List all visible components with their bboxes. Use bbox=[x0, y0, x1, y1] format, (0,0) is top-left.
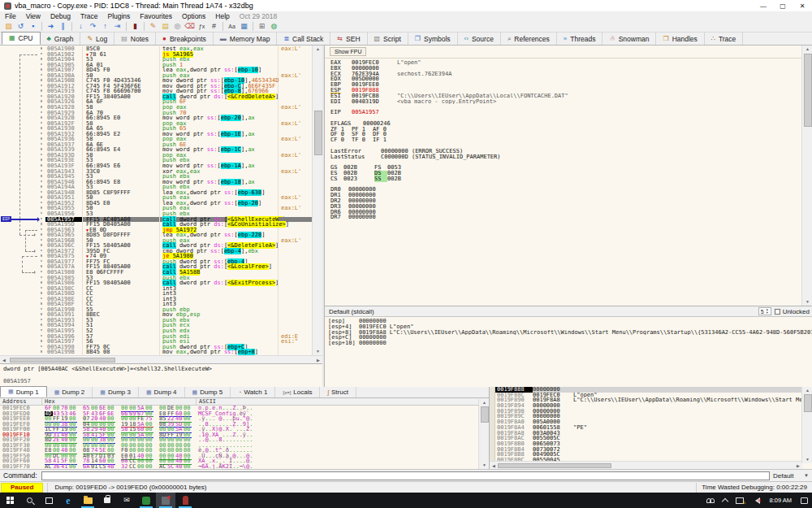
argument-row[interactable]: [esp+8] 0019F8A8 L"C:\\Users\\IEUser\\Ap… bbox=[328, 330, 812, 336]
taskbar-file-explorer-icon[interactable] bbox=[78, 493, 97, 508]
tab-log[interactable]: ✎Log bbox=[80, 33, 114, 45]
menu-view[interactable]: View bbox=[21, 12, 45, 20]
command-type-select[interactable]: Default▼ bbox=[770, 472, 812, 480]
taskbar-store-icon[interactable] bbox=[97, 493, 117, 508]
tray-chevron-up-icon[interactable] bbox=[723, 497, 728, 504]
tab-locals[interactable]: [x=]Locals bbox=[275, 387, 320, 397]
tray-network-warning-icon[interactable]: ⚠ bbox=[736, 497, 744, 504]
register-eflags[interactable]: EFLAGS00000246 bbox=[325, 121, 812, 127]
tray-people-icon[interactable] bbox=[706, 497, 715, 503]
dump-scrollbar[interactable]: ▲▼ bbox=[478, 399, 489, 469]
argument-row[interactable]: [esp+C] 00000000 bbox=[328, 335, 812, 341]
register-dr6[interactable]: DR600000000 bbox=[325, 210, 812, 215]
register-dr0[interactable]: DR000000000 bbox=[325, 187, 812, 193]
tab-seh[interactable]: ⇆SEH bbox=[330, 33, 367, 45]
step-over-icon[interactable]: ↷ bbox=[87, 21, 99, 32]
register-edi[interactable]: EDI0040319D<vba_macro - copy.EntryPoint> bbox=[325, 99, 812, 105]
argument-row[interactable]: [esp+10] 00000000 bbox=[328, 341, 812, 346]
tab-notes[interactable]: ▤Notes bbox=[114, 33, 156, 45]
menu-debug[interactable]: Debug bbox=[45, 12, 76, 20]
argument-row[interactable]: [esp+4] 0019FEC0 L"open" bbox=[328, 324, 812, 330]
patch-icon[interactable]: ✎ bbox=[147, 21, 159, 32]
taskbar-x32dbg-icon[interactable] bbox=[156, 493, 175, 508]
register-dr3[interactable]: DR300000000 bbox=[325, 204, 812, 210]
register-esi[interactable]: ESI0019FCB8"C:\\Users\\IEUser\\AppData\\… bbox=[325, 93, 812, 99]
register-eax[interactable]: EAX0019FEC0L"open" bbox=[325, 60, 812, 66]
stack-scrollbar[interactable]: ▲▼ bbox=[801, 387, 812, 463]
goto-icon[interactable]: ◎ bbox=[171, 21, 184, 32]
segment-row[interactable]: CS0023SS002B bbox=[325, 176, 812, 182]
pause-icon[interactable]: ∥ bbox=[57, 21, 69, 32]
taskbar-sample-icon[interactable] bbox=[175, 493, 195, 508]
tab-struct[interactable]: ʃStruct bbox=[320, 387, 356, 397]
tab-graph[interactable]: ♣Graph bbox=[41, 33, 81, 45]
restart-icon[interactable]: ↺ bbox=[15, 21, 27, 32]
tab-dump-1[interactable]: ▦Dump 1 bbox=[0, 386, 47, 397]
case-icon[interactable]: Aa bbox=[226, 21, 238, 32]
taskbar-edge-icon[interactable]: e bbox=[58, 493, 78, 508]
menu-trace[interactable]: Trace bbox=[76, 12, 102, 20]
disassembly-panel[interactable]: 005A190085C0test eax,eaxeax:L'005A1902▼7… bbox=[0, 46, 322, 355]
globe-icon[interactable]: ◍ bbox=[268, 21, 280, 32]
tab-snowman[interactable]: ☃Snowman bbox=[603, 33, 656, 45]
show-fpu-button[interactable]: Show FPU bbox=[330, 47, 366, 56]
tab-dump-2[interactable]: ▦Dump 2 bbox=[47, 387, 93, 397]
register-ebx[interactable]: EBX00000000 bbox=[325, 66, 812, 72]
register-esp[interactable]: ESP0019F888 bbox=[325, 88, 812, 93]
register-eip[interactable]: EIP005A1957 bbox=[325, 110, 812, 115]
taskbar-search-icon[interactable] bbox=[19, 493, 39, 508]
flags-row[interactable]: CF 0TF 0IF 1 bbox=[325, 137, 812, 143]
stack-panel[interactable]: 0019F888000000000019F88C0019FEC0L"open"0… bbox=[489, 387, 812, 469]
tab-handles[interactable]: ❒Handles bbox=[656, 33, 704, 45]
register-ecx[interactable]: ECX762E394Asechost.762E394A bbox=[325, 72, 812, 77]
tab-call-stack[interactable]: ≣Call Stack bbox=[277, 33, 330, 45]
menu-options[interactable]: Options bbox=[177, 12, 210, 20]
calling-convention-select[interactable]: Default (stdcall) bbox=[327, 308, 758, 315]
tab-references[interactable]: ⌕References bbox=[501, 33, 557, 45]
taskbar-clock[interactable]: 8:09 AM bbox=[769, 497, 792, 504]
tab-watch-1[interactable]: ◔Watch 1 bbox=[231, 387, 275, 397]
disasm-row[interactable]: 005A199B8B45 08mov eax,dword ptr ss:[ebp… bbox=[0, 350, 312, 355]
run-icon[interactable]: ➜ bbox=[45, 21, 57, 32]
step-out-icon[interactable]: ↑ bbox=[99, 21, 111, 32]
register-dr2[interactable]: DR200000000 bbox=[325, 198, 812, 204]
open-file-icon[interactable]: ▨ bbox=[2, 21, 15, 32]
argument-count-spinner[interactable]: 5▲▼ bbox=[758, 307, 771, 315]
argument-row[interactable]: [esp] 00000000 bbox=[328, 319, 812, 324]
run-until-icon[interactable]: ⇥ bbox=[111, 21, 123, 32]
disasm-vertical-scrollbar[interactable]: ▲▼ bbox=[312, 46, 322, 355]
taskbar-mail-icon[interactable]: ✉ bbox=[117, 493, 136, 508]
menu-plugins[interactable]: Plugins bbox=[102, 12, 135, 20]
function-icon[interactable]: ƒx bbox=[196, 21, 208, 32]
close-button[interactable]: ✕ bbox=[793, 0, 812, 11]
tab-breakpoints[interactable]: ●Breakpoints bbox=[156, 33, 214, 45]
calculator-icon[interactable]: ⊞ bbox=[256, 21, 268, 32]
breakpoint-toggle-icon[interactable]: ▮ bbox=[129, 21, 141, 32]
command-input[interactable] bbox=[41, 471, 770, 480]
action-center-icon[interactable] bbox=[801, 497, 808, 504]
eraser-icon[interactable]: ⌫ bbox=[184, 21, 196, 32]
step-into-icon[interactable]: ↓ bbox=[75, 21, 87, 32]
register-ebp[interactable]: EBP0019FEE0 bbox=[325, 82, 812, 88]
tab-dump-4[interactable]: ▦Dump 4 bbox=[139, 387, 185, 397]
disasm-horizontal-scrollbar[interactable]: ◀▶ bbox=[0, 355, 322, 363]
menu-help[interactable]: Help bbox=[210, 12, 234, 20]
tab-dump-5[interactable]: ▦Dump 5 bbox=[185, 387, 231, 397]
register-edx[interactable]: EDX005D0000 bbox=[325, 76, 812, 82]
tab-trace[interactable]: ∴Trace bbox=[705, 33, 744, 45]
tab-cpu[interactable]: ▦CPU bbox=[2, 32, 41, 45]
register-dr1[interactable]: DR100000000 bbox=[325, 193, 812, 198]
tray-volume-muted-icon[interactable]: ✕ bbox=[752, 497, 760, 504]
maximize-button[interactable]: ▢ bbox=[773, 0, 793, 11]
memory-icon[interactable]: ▦ bbox=[238, 21, 250, 32]
unlocked-checkbox[interactable]: Unlocked bbox=[775, 308, 810, 315]
registers-scrollbar[interactable]: ▲▼ bbox=[801, 46, 812, 306]
tab-memory-map[interactable]: ▬Memory Map bbox=[214, 33, 278, 45]
tab-source[interactable]: ‹›Source bbox=[458, 33, 501, 45]
register-dr7[interactable]: DR700000000 bbox=[325, 215, 812, 220]
registers-panel[interactable]: Show FPU EAX0019FEC0L"open"EBX00000000EC… bbox=[324, 46, 812, 306]
menu-favourites[interactable]: Favourites bbox=[135, 12, 177, 20]
hash-icon[interactable]: # bbox=[208, 21, 220, 32]
flags-row[interactable]: ZF 1PF 1AF 0 bbox=[325, 127, 812, 132]
comment-icon[interactable]: ▤ bbox=[159, 21, 171, 32]
